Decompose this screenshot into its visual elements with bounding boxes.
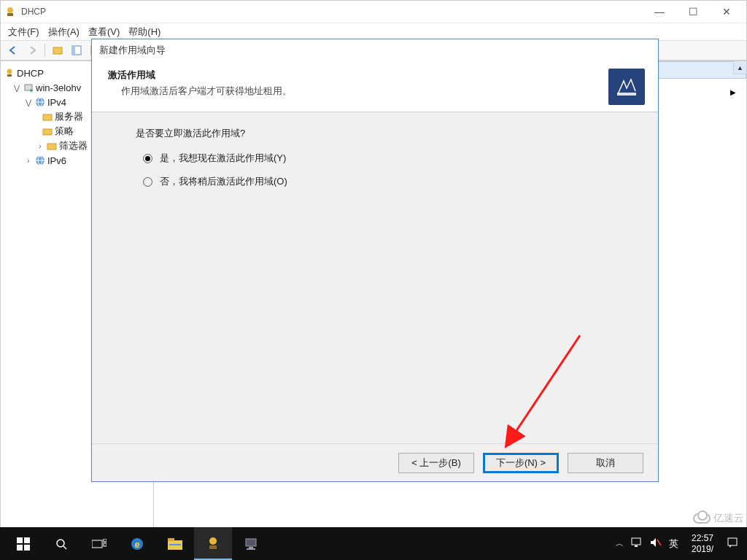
chevron-right-icon[interactable]: › <box>24 156 33 165</box>
back-label: < 上一步(B) <box>411 456 461 470</box>
dialog-caption: 新建作用域向导 <box>92 39 658 61</box>
ipv4-icon <box>34 96 46 108</box>
titlebar: DHCP — ☐ ✕ <box>1 1 746 23</box>
folder-icon <box>46 140 58 152</box>
menu-help[interactable]: 帮助(H) <box>128 26 160 39</box>
dialog-head-title: 激活作用域 <box>108 69 155 80</box>
cancel-button[interactable]: 取消 <box>568 453 643 473</box>
clock-date: 2019/ <box>692 544 713 554</box>
scroll-up-button[interactable]: ▲ <box>733 61 746 74</box>
notifications-button[interactable] <box>727 537 738 551</box>
menu-file[interactable]: 文件(F) <box>8 26 39 39</box>
tree-label: DHCP <box>17 68 44 79</box>
dhcp-icon <box>4 5 17 18</box>
svg-rect-36 <box>246 539 256 546</box>
separator <box>44 44 45 57</box>
dialog-body: 是否要立即激活此作用域? 是，我想现在激活此作用域(Y) 否，我将稍后激活此作用… <box>92 112 658 443</box>
radio-yes-label: 是，我想现在激活此作用域(Y) <box>160 152 286 165</box>
next-button[interactable]: 下一步(N) > <box>483 453 559 473</box>
tree-label: IPv6 <box>47 155 66 166</box>
svg-rect-26 <box>92 540 102 548</box>
svg-text:e: e <box>135 540 140 550</box>
system-tray: ︿ 英 22:57 2019/ <box>616 533 743 554</box>
new-scope-wizard-dialog: 新建作用域向导 激活作用域 作用域激活后客户端才可获得地址租用。 是否要立即激活… <box>91 39 659 482</box>
menu-action[interactable]: 操作(A) <box>48 26 80 39</box>
volume-icon[interactable] <box>650 537 662 550</box>
svg-rect-2 <box>53 47 62 54</box>
menubar: 文件(F) 操作(A) 查看(V) 帮助(H) <box>1 23 746 40</box>
svg-rect-28 <box>104 543 107 546</box>
menu-view[interactable]: 查看(V) <box>88 26 120 39</box>
dialog-footer: < 上一步(B) 下一步(N) > 取消 <box>92 443 658 481</box>
svg-point-34 <box>209 537 217 545</box>
svg-rect-15 <box>43 129 52 135</box>
folder-icon <box>42 125 53 137</box>
svg-rect-37 <box>249 547 253 548</box>
clock-time: 22:57 <box>692 533 713 543</box>
svg-line-25 <box>63 546 66 549</box>
taskbar-ie[interactable]: e <box>118 527 156 560</box>
watermark: 亿速云 <box>693 512 744 525</box>
maximize-button[interactable]: ☐ <box>676 1 710 23</box>
ime-indicator[interactable]: 英 <box>669 537 678 551</box>
taskbar-clock[interactable]: 22:57 2019/ <box>686 533 719 554</box>
svg-rect-38 <box>247 548 255 550</box>
next-label: 下一步(N) > <box>496 456 546 470</box>
network-icon[interactable] <box>631 537 643 550</box>
taskbar-server-manager[interactable] <box>232 527 270 560</box>
task-view-button[interactable] <box>80 527 118 560</box>
tb-icon-2[interactable] <box>69 42 85 58</box>
tray-chevron-up-icon[interactable]: ︿ <box>616 538 624 549</box>
tree-label: win-3elohv <box>36 82 81 93</box>
svg-rect-16 <box>47 144 56 149</box>
ipv6-icon <box>34 155 46 166</box>
svg-rect-32 <box>168 538 174 541</box>
chevron-right-icon[interactable]: › <box>36 141 44 150</box>
svg-rect-23 <box>24 545 30 551</box>
dialog-header: 激活作用域 作用域激活后客户端才可获得地址租用。 <box>92 61 658 112</box>
triangle-right-icon: ▶ <box>730 88 736 96</box>
svg-point-24 <box>57 540 64 547</box>
back-button[interactable] <box>5 42 21 58</box>
radio-yes-row[interactable]: 是，我想现在激活此作用域(Y) <box>143 152 636 165</box>
taskbar: e ︿ 英 22:57 2019/ <box>0 527 747 560</box>
svg-rect-39 <box>632 538 640 545</box>
dialog-head-sub: 作用域激活后客户端才可获得地址租用。 <box>108 85 608 98</box>
server-icon <box>23 82 34 93</box>
start-button[interactable] <box>4 527 42 560</box>
tree-label: 筛选器 <box>59 139 88 152</box>
svg-rect-27 <box>104 539 107 542</box>
svg-point-12 <box>30 89 33 92</box>
search-button[interactable] <box>42 527 80 560</box>
tree-label: IPv4 <box>47 97 66 108</box>
watermark-text: 亿速云 <box>713 512 744 525</box>
svg-rect-14 <box>43 114 52 120</box>
svg-rect-21 <box>24 537 30 543</box>
svg-rect-42 <box>728 538 737 545</box>
radio-no-label: 否，我将稍后激活此作用域(O) <box>160 175 287 188</box>
cloud-icon <box>693 513 711 524</box>
tb-icon-1[interactable] <box>50 42 66 58</box>
svg-rect-10 <box>7 74 12 77</box>
radio-no-row[interactable]: 否，我将稍后激活此作用域(O) <box>143 175 636 188</box>
svg-rect-22 <box>17 545 23 551</box>
taskbar-explorer[interactable] <box>156 527 194 560</box>
back-button[interactable]: < 上一步(B) <box>398 453 474 473</box>
radio-no[interactable] <box>143 177 152 187</box>
svg-rect-40 <box>635 545 638 547</box>
radio-yes[interactable] <box>143 154 152 163</box>
dialog-question: 是否要立即激活此作用域? <box>136 127 636 140</box>
svg-rect-35 <box>209 545 217 549</box>
minimize-button[interactable]: — <box>643 1 676 23</box>
svg-rect-4 <box>72 46 75 55</box>
svg-rect-18 <box>617 93 636 96</box>
taskbar-dhcp[interactable] <box>194 527 232 560</box>
chevron-down-icon[interactable]: ⋁ <box>12 83 21 92</box>
svg-line-41 <box>657 540 661 545</box>
forward-button[interactable] <box>24 42 40 58</box>
svg-rect-20 <box>17 537 23 543</box>
svg-rect-1 <box>7 13 13 16</box>
tree-label: 服务器 <box>55 110 83 123</box>
chevron-down-icon[interactable]: ⋁ <box>24 98 33 106</box>
close-button[interactable]: ✕ <box>710 1 743 23</box>
